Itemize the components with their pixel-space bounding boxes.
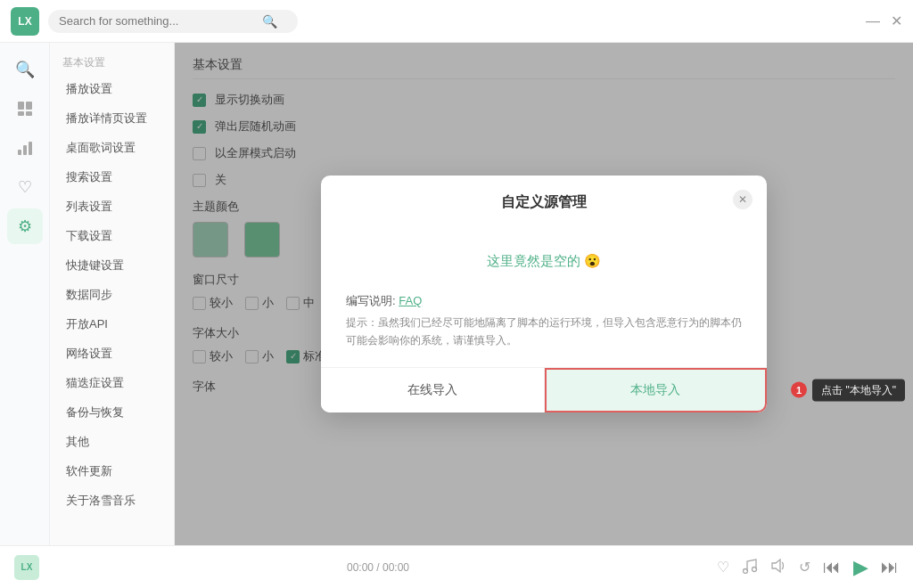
minimize-button[interactable]: —: [867, 15, 879, 28]
svg-rect-4: [18, 150, 21, 155]
settings-nav-ocd[interactable]: 猫迭症设置: [53, 369, 170, 397]
online-import-button[interactable]: 在线导入: [321, 368, 545, 412]
modal-header: 自定义源管理 ✕: [321, 176, 767, 221]
settings-nav-list[interactable]: 列表设置: [53, 192, 170, 221]
settings-nav: 基本设置 播放设置 播放详情页设置 桌面歌词设置 搜索设置 列表设置 下载设置 …: [50, 43, 175, 545]
tooltip-text: 点击 "本地导入": [812, 379, 905, 401]
settings-nav-sync[interactable]: 数据同步: [53, 281, 170, 309]
settings-nav-update[interactable]: 软件更新: [53, 457, 170, 486]
like-button[interactable]: ♡: [717, 559, 729, 576]
bottom-logo: LX: [14, 555, 39, 580]
app-logo: LX: [11, 7, 39, 36]
svg-rect-3: [26, 111, 32, 116]
repeat-button[interactable]: ↺: [799, 559, 810, 576]
play-button[interactable]: ▶: [853, 556, 868, 579]
settings-nav-api[interactable]: 开放API: [53, 310, 170, 339]
settings-nav-other[interactable]: 其他: [53, 428, 170, 456]
sidebar-item-chart[interactable]: [7, 130, 43, 166]
sidebar-item-favorites[interactable]: ♡: [7, 169, 43, 205]
search-icon: 🔍: [262, 14, 277, 29]
close-button[interactable]: ✕: [890, 15, 902, 28]
sidebar-item-search[interactable]: 🔍: [7, 52, 43, 87]
modal-close-button[interactable]: ✕: [733, 190, 753, 209]
settings-nav-backup[interactable]: 备份与恢复: [53, 398, 170, 427]
settings-section-header: 基本设置: [50, 50, 174, 74]
title-bar-left: LX 🔍: [11, 7, 298, 36]
settings-nav-playback-detail[interactable]: 播放详情页设置: [53, 104, 170, 133]
modal-notice-text: 提示：虽然我们已经尽可能地隔离了脚本的运行环境，但导入包含恶意行为的脚本仍可能会…: [346, 314, 742, 348]
modal-overlay: 自定义源管理 ✕ 这里竟然是空的 😮 编写说明: FAQ 提示：虽然我们已经尽可…: [175, 43, 913, 545]
settings-nav-playback[interactable]: 播放设置: [53, 75, 170, 103]
settings-content: 基本设置 显示切换动画 弹出层随机动画 以全屏模式启动 关 主题颜色: [175, 43, 913, 545]
playback-time: 00:00 / 00:00: [347, 561, 409, 574]
title-bar: LX 🔍 — ✕: [0, 0, 913, 43]
svg-rect-6: [29, 142, 32, 155]
app-window: LX 🔍 — ✕ 🔍 ♡ ⚙ 基本设置 播放设置: [0, 0, 913, 588]
bottom-bar: LX 00:00 / 00:00 ♡ ↺ ⏮ ▶ ⏭: [0, 545, 913, 588]
prev-button[interactable]: ⏮: [823, 557, 841, 577]
music-icon: [742, 558, 758, 577]
settings-nav-network[interactable]: 网络设置: [53, 339, 170, 368]
title-bar-right: — ✕: [867, 15, 902, 28]
modal-notice-title: 编写说明: FAQ: [346, 293, 742, 309]
tooltip-wrapper: 1 点击 "本地导入": [791, 379, 905, 401]
settings-nav-about[interactable]: 关于洛雪音乐: [53, 486, 170, 515]
local-import-wrapper: 本地导入 1 点击 "本地导入": [545, 368, 768, 412]
search-input[interactable]: [59, 14, 255, 28]
modal-title: 自定义源管理: [501, 193, 587, 212]
sidebar: 🔍 ♡ ⚙: [0, 43, 50, 545]
volume-button[interactable]: [770, 558, 786, 577]
tooltip-badge: 1: [791, 382, 807, 398]
playback-controls: ♡ ↺ ⏮ ▶ ⏭: [717, 556, 899, 579]
modal-dialog: 自定义源管理 ✕ 这里竟然是空的 😮 编写说明: FAQ 提示：虽然我们已经尽可…: [321, 176, 767, 412]
main-area: 🔍 ♡ ⚙ 基本设置 播放设置 播放详情页设置 桌面歌词设置 搜索设置 列表设置…: [0, 43, 913, 545]
settings-nav-search[interactable]: 搜索设置: [53, 163, 170, 192]
local-import-button[interactable]: 本地导入: [545, 368, 768, 412]
modal-body: 这里竟然是空的 😮 编写说明: FAQ 提示：虽然我们已经尽可能地隔离了脚本的运…: [321, 221, 767, 366]
svg-rect-2: [18, 111, 24, 116]
svg-rect-1: [26, 102, 32, 110]
faq-link[interactable]: FAQ: [399, 294, 422, 307]
sidebar-item-library[interactable]: [7, 91, 43, 127]
settings-nav-desktop-lyrics[interactable]: 桌面歌词设置: [53, 134, 170, 162]
settings-nav-download[interactable]: 下载设置: [53, 222, 170, 250]
svg-rect-5: [23, 145, 27, 155]
settings-nav-shortcuts[interactable]: 快捷键设置: [53, 251, 170, 280]
modal-notice: 编写说明: FAQ 提示：虽然我们已经尽可能地隔离了脚本的运行环境，但导入包含恶…: [346, 293, 742, 348]
modal-footer: 在线导入 本地导入 1 点击 "本地导入": [321, 367, 767, 412]
next-button[interactable]: ⏭: [881, 557, 899, 577]
svg-rect-0: [18, 102, 24, 110]
modal-empty-text: 这里竟然是空的 😮: [346, 235, 742, 279]
search-bar[interactable]: 🔍: [48, 10, 298, 33]
sidebar-item-settings[interactable]: ⚙: [7, 208, 43, 244]
